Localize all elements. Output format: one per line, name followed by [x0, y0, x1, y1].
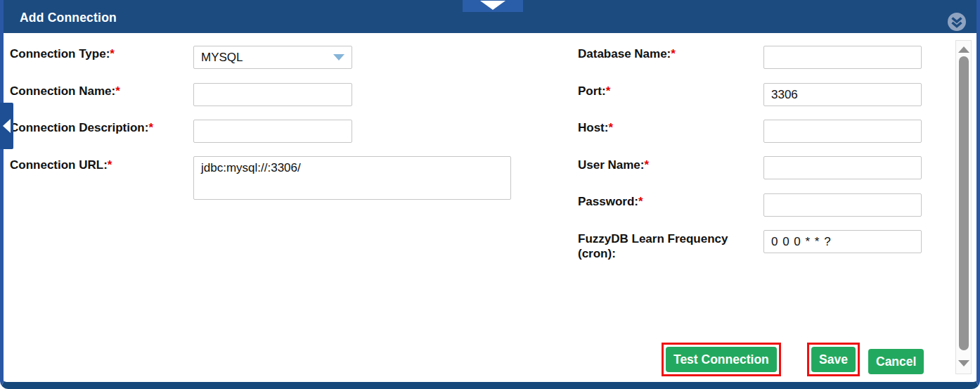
- required-asterisk: *: [115, 84, 120, 98]
- port-input[interactable]: [763, 83, 922, 106]
- connection-type-value: MYSQL: [201, 51, 243, 65]
- vertical-scrollbar[interactable]: [955, 40, 972, 374]
- required-asterisk: *: [671, 47, 676, 60]
- scrollbar-thumb[interactable]: [959, 56, 969, 350]
- database-name-input[interactable]: [763, 46, 922, 69]
- scrollbar-down-arrow-icon[interactable]: [958, 360, 969, 366]
- connection-url-textarea[interactable]: jdbc:mysql://:3306/: [193, 156, 511, 200]
- panel-title: Add Connection: [20, 0, 117, 33]
- top-collapse-tab[interactable]: [463, 0, 523, 12]
- connection-name-input[interactable]: [193, 83, 352, 106]
- connection-description-input[interactable]: [193, 120, 352, 143]
- connection-description-label: Connection Description:*: [10, 120, 153, 135]
- arrow-down-icon: [480, 1, 505, 10]
- save-button[interactable]: Save: [811, 347, 856, 372]
- dropdown-arrow-icon: [333, 54, 344, 60]
- database-name-label: Database Name:*: [578, 46, 676, 61]
- test-connection-button[interactable]: Test Connection: [666, 347, 777, 372]
- required-asterisk: *: [645, 158, 650, 172]
- left-collapse-tab[interactable]: [0, 103, 13, 149]
- save-highlight-box: Save: [807, 343, 860, 376]
- password-label: Password:*: [578, 194, 643, 209]
- required-asterisk: *: [108, 158, 112, 172]
- connection-url-label: Connection URL:*: [10, 158, 112, 172]
- connection-type-select[interactable]: MYSQL: [193, 46, 352, 69]
- user-name-input[interactable]: [763, 156, 922, 179]
- password-input[interactable]: [763, 193, 922, 217]
- fuzzydb-learn-frequency-input[interactable]: [763, 230, 922, 253]
- fuzzydb-learn-frequency-label: FuzzyDB Learn Frequency (cron):: [578, 231, 747, 261]
- scrollbar-up-arrow-icon[interactable]: [958, 46, 969, 53]
- cancel-button[interactable]: Cancel: [868, 349, 924, 374]
- required-asterisk: *: [110, 47, 115, 60]
- host-label: Host:*: [578, 120, 613, 135]
- connection-name-label: Connection Name:*: [10, 84, 120, 98]
- add-connection-panel: Add Connection Connection Type:* MYSQL C…: [0, 0, 980, 389]
- required-asterisk: *: [608, 121, 613, 134]
- required-asterisk: *: [638, 195, 643, 208]
- connection-type-label: Connection Type:*: [10, 46, 115, 61]
- required-asterisk: *: [606, 84, 611, 98]
- required-asterisk: *: [148, 121, 153, 134]
- test-connection-highlight-box: Test Connection: [662, 343, 781, 376]
- add-connection-screen: Add Connection Connection Type:* MYSQL C…: [0, 0, 980, 389]
- host-input[interactable]: [763, 120, 922, 143]
- user-name-label: User Name:*: [578, 158, 649, 172]
- port-label: Port:*: [578, 84, 610, 98]
- double-chevron-down-icon: [947, 12, 967, 32]
- collapse-panel-icon[interactable]: [947, 12, 967, 32]
- arrow-left-icon: [3, 119, 11, 133]
